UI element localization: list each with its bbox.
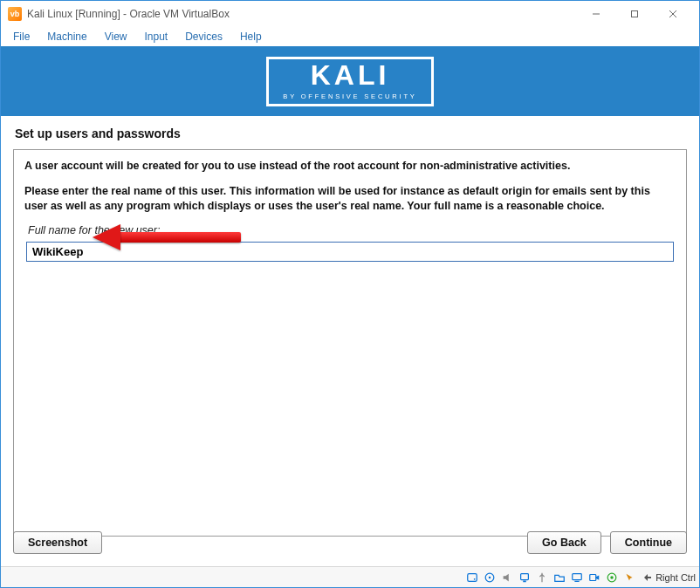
intro-text-1: A user account will be created for you t… bbox=[24, 159, 676, 174]
svg-point-14 bbox=[610, 576, 614, 579]
network-icon[interactable] bbox=[517, 570, 532, 585]
svg-rect-9 bbox=[523, 580, 526, 582]
kali-logo-subtitle: BY OFFENSIVE SECURITY bbox=[283, 92, 416, 100]
audio-icon[interactable] bbox=[499, 570, 515, 585]
host-key-arrow-icon bbox=[642, 572, 653, 583]
hard-disk-icon[interactable] bbox=[464, 570, 480, 585]
optical-disk-icon[interactable] bbox=[482, 570, 498, 585]
continue-button[interactable]: Continue bbox=[610, 531, 687, 554]
intro-text-2: Please enter the real name of this user.… bbox=[24, 184, 676, 214]
maximize-button[interactable] bbox=[615, 2, 654, 26]
footer-buttons: Screenshot Go Back Continue bbox=[13, 524, 687, 561]
menu-help[interactable]: Help bbox=[233, 29, 269, 44]
vm-statusbar: Right Ctrl bbox=[1, 566, 699, 587]
host-key-label: Right Ctrl bbox=[655, 572, 696, 583]
titlebar: vb Kali Linux [Running] - Oracle VM Virt… bbox=[1, 1, 699, 27]
shared-folders-icon[interactable] bbox=[552, 570, 567, 585]
kali-logo: KALI BY OFFENSIVE SECURITY bbox=[266, 57, 433, 106]
menu-view[interactable]: View bbox=[98, 29, 134, 44]
svg-rect-8 bbox=[521, 573, 529, 579]
section-title: Set up users and passwords bbox=[1, 116, 699, 149]
window-title: Kali Linux [Running] - Oracle VM Virtual… bbox=[27, 8, 577, 20]
guest-additions-icon[interactable] bbox=[604, 570, 620, 585]
menubar: File Machine View Input Devices Help bbox=[1, 27, 699, 46]
svg-rect-10 bbox=[573, 573, 582, 579]
host-key-indicator[interactable]: Right Ctrl bbox=[642, 572, 696, 583]
menu-input[interactable]: Input bbox=[138, 29, 175, 44]
fullname-input[interactable] bbox=[26, 242, 674, 262]
window-controls bbox=[577, 2, 692, 26]
display-icon[interactable] bbox=[569, 570, 585, 585]
usb-icon[interactable] bbox=[534, 570, 550, 585]
recording-icon[interactable] bbox=[587, 570, 602, 585]
menu-machine[interactable]: Machine bbox=[40, 29, 93, 44]
svg-rect-12 bbox=[590, 574, 596, 580]
kali-logo-text: KALI bbox=[283, 61, 416, 89]
kali-banner: KALI BY OFFENSIVE SECURITY bbox=[1, 46, 699, 116]
menu-devices[interactable]: Devices bbox=[178, 29, 230, 44]
svg-rect-4 bbox=[468, 573, 477, 581]
virtualbox-icon: vb bbox=[8, 7, 22, 21]
svg-rect-1 bbox=[632, 11, 638, 17]
menu-file[interactable]: File bbox=[6, 29, 37, 44]
svg-point-7 bbox=[489, 576, 491, 578]
svg-point-5 bbox=[474, 578, 476, 579]
go-back-button[interactable]: Go Back bbox=[527, 531, 601, 554]
mouse-integration-icon[interactable] bbox=[621, 570, 637, 585]
minimize-button[interactable] bbox=[577, 2, 615, 26]
installer-panel: A user account will be created for you t… bbox=[13, 149, 687, 537]
fullname-label: Full name for the new user: bbox=[24, 224, 676, 236]
screenshot-button[interactable]: Screenshot bbox=[13, 531, 102, 554]
close-button[interactable] bbox=[654, 2, 692, 26]
